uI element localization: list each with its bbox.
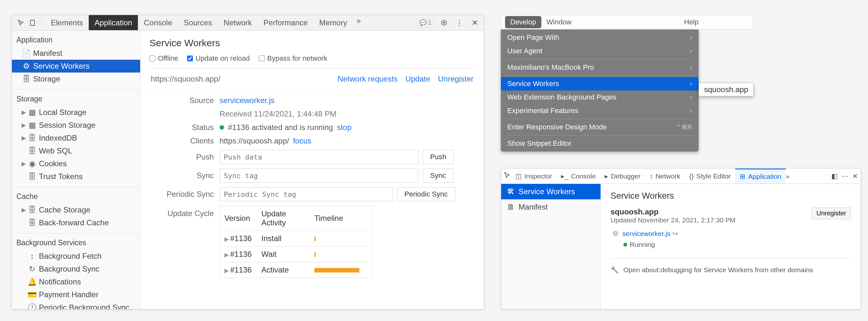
menu-item[interactable]: Enter Responsive Design Mode⌃⌘R bbox=[501, 120, 699, 134]
origin-url: https://squoosh.app/ bbox=[151, 74, 220, 83]
menu-item[interactable]: Open Page With› bbox=[501, 31, 699, 44]
unregister-link[interactable]: Unregister bbox=[438, 74, 473, 83]
menubar: Develop Window Help bbox=[501, 15, 753, 30]
worker-icon: ⚙ bbox=[613, 230, 619, 237]
more-tabs-icon[interactable]: » bbox=[786, 172, 789, 180]
push-input[interactable] bbox=[220, 150, 419, 164]
ff-toolbar: ◫Inspector ▸_Console ▸Debugger ↕Network … bbox=[501, 169, 861, 184]
tab-console[interactable]: Console bbox=[138, 15, 178, 30]
section-title: Application bbox=[12, 34, 140, 47]
menu-window[interactable]: Window bbox=[541, 16, 577, 28]
debug-icon: ▸ bbox=[605, 172, 608, 180]
sidebar-item-service-workers[interactable]: ⚙Service Workers bbox=[12, 60, 140, 73]
refresh-icon: ↻ bbox=[29, 265, 36, 273]
sync-label: Sync bbox=[150, 171, 214, 180]
sidebar-item-bg-fetch[interactable]: ↕Background Fetch bbox=[12, 250, 140, 262]
network-icon: ↕ bbox=[649, 172, 653, 180]
document-icon: 📄 bbox=[23, 50, 30, 57]
tab-inspector[interactable]: ◫Inspector bbox=[511, 169, 557, 184]
status-text: #1136 activated and is running bbox=[228, 123, 333, 132]
close-icon[interactable]: ✕ bbox=[852, 172, 858, 180]
more-tabs-icon[interactable]: » bbox=[353, 15, 365, 27]
col-activity: Update Activity bbox=[257, 206, 310, 230]
device-icon[interactable] bbox=[27, 17, 38, 29]
menu-item[interactable]: Web Extension Background Pages› bbox=[501, 91, 699, 104]
chevron-right-icon: › bbox=[690, 63, 692, 72]
network-requests-link[interactable]: Network requests bbox=[338, 74, 398, 83]
menu-item[interactable]: Experimental Features› bbox=[501, 104, 699, 117]
tab-performance[interactable]: Performance bbox=[258, 15, 313, 30]
sync-input[interactable] bbox=[220, 169, 419, 183]
unregister-button[interactable]: Unregister bbox=[812, 207, 851, 219]
service-workers-submenu[interactable]: squoosh.app bbox=[699, 83, 753, 96]
chevron-right-icon[interactable]: ▶ bbox=[224, 268, 229, 274]
sidebar-item-indexeddb[interactable]: ▶🗄IndexedDB bbox=[12, 132, 140, 144]
gear-icon[interactable] bbox=[438, 17, 450, 29]
source-file-link[interactable]: serviceworker.js bbox=[220, 96, 275, 105]
tab-console[interactable]: ▸_Console bbox=[557, 169, 600, 184]
status-label: Status bbox=[150, 123, 214, 132]
inspect-icon[interactable] bbox=[15, 17, 27, 29]
kebab-icon[interactable]: ⋯ bbox=[842, 172, 848, 180]
sidebar-item-bg-sync[interactable]: ↻Background Sync bbox=[12, 262, 140, 276]
focus-link[interactable]: focus bbox=[293, 136, 311, 145]
link-out-icon[interactable]: ↪ bbox=[672, 230, 678, 237]
offline-checkbox[interactable]: Offline bbox=[150, 54, 178, 63]
develop-dropdown: Open Page With›User Agent›Maximiliano's … bbox=[501, 30, 699, 151]
update-reload-checkbox[interactable]: Update on reload bbox=[187, 54, 250, 63]
inspect-icon[interactable] bbox=[504, 172, 511, 180]
chevron-right-icon[interactable]: ▶ bbox=[224, 236, 229, 242]
sidebar-item-trust-tokens[interactable]: 🗄Trust Tokens bbox=[12, 170, 140, 183]
source-file-link[interactable]: serviceworker.js bbox=[622, 230, 670, 237]
bypass-checkbox[interactable]: Bypass for network bbox=[259, 54, 327, 63]
sidebar-item-session-storage[interactable]: ▶▦Session Storage bbox=[12, 119, 140, 132]
tab-application[interactable]: Application bbox=[89, 15, 138, 30]
tab-sources[interactable]: Sources bbox=[178, 15, 218, 30]
stop-link[interactable]: stop bbox=[337, 123, 351, 132]
sidebar-item-bf-cache[interactable]: 🗄Back-forward Cache bbox=[12, 216, 140, 229]
menu-help[interactable]: Help bbox=[679, 16, 704, 28]
sidebar-item-cache-storage[interactable]: ▶🗄Cache Storage bbox=[12, 204, 140, 216]
svg-point-1 bbox=[443, 22, 445, 24]
sidebar-item-payment[interactable]: 💳Payment Handler bbox=[12, 288, 140, 301]
tab-debugger[interactable]: ▸Debugger bbox=[600, 169, 645, 184]
chevron-right-icon: › bbox=[690, 93, 692, 101]
chevron-right-icon: › bbox=[690, 80, 692, 88]
about-debugging-link[interactable]: about:debugging bbox=[642, 266, 692, 274]
menu-item[interactable]: Service Workers› bbox=[501, 77, 699, 91]
issues-badge[interactable]: 1 bbox=[416, 18, 434, 27]
tab-application[interactable]: ⊞Application bbox=[735, 169, 786, 184]
update-link[interactable]: Update bbox=[405, 74, 430, 83]
tab-style-editor[interactable]: {}Style Editor bbox=[685, 169, 735, 184]
sync-button[interactable]: Sync bbox=[423, 169, 453, 183]
sidebar-item-cookies[interactable]: ▶◉Cookies bbox=[12, 157, 140, 170]
sidebar-item-manifest[interactable]: 📄Manifest bbox=[12, 47, 140, 60]
sidebar-item-notifications[interactable]: 🔔Notifications bbox=[12, 276, 140, 288]
devtools-toolbar: Elements Application Console Sources Net… bbox=[12, 15, 484, 31]
sidebar-item-storage[interactable]: 🗄Storage bbox=[12, 73, 140, 85]
menu-item[interactable]: Maximiliano's MacBook Pro› bbox=[501, 61, 699, 74]
sidebar-item-service-workers[interactable]: 🛠Service Workers bbox=[501, 184, 600, 199]
menu-develop[interactable]: Develop bbox=[505, 16, 541, 28]
sidebar-item-periodic-bg-sync[interactable]: 🕐Periodic Background Sync bbox=[12, 301, 140, 309]
chevron-right-icon[interactable]: ▶ bbox=[224, 252, 229, 258]
clients-label: Clients bbox=[150, 136, 214, 145]
periodic-sync-button[interactable]: Periodic Sync bbox=[397, 187, 455, 201]
push-button[interactable]: Push bbox=[423, 150, 454, 164]
tab-network[interactable]: Network bbox=[218, 15, 258, 30]
sidebar-item-local-storage[interactable]: ▶▦Local Storage bbox=[12, 106, 140, 119]
tab-network[interactable]: ↕Network bbox=[645, 169, 685, 184]
menu-item[interactable]: Show Snippet Editor bbox=[501, 137, 699, 150]
main-content: Service Workers Offline Update on reload… bbox=[141, 31, 484, 309]
kebab-icon[interactable]: ⋮ bbox=[454, 17, 465, 29]
close-icon[interactable]: ✕ bbox=[469, 17, 480, 29]
menu-item[interactable]: User Agent› bbox=[501, 44, 699, 58]
dock-icon[interactable]: ◧ bbox=[831, 172, 838, 180]
periodic-sync-input[interactable] bbox=[220, 187, 393, 201]
sidebar-item-web-sql[interactable]: 🗄Web SQL bbox=[12, 144, 140, 157]
grid-icon: ▦ bbox=[29, 122, 36, 129]
sidebar-item-manifest[interactable]: 🗎Manifest bbox=[501, 199, 600, 215]
tab-elements[interactable]: Elements bbox=[45, 15, 89, 30]
tab-memory[interactable]: Memory bbox=[313, 15, 353, 30]
received-time: Received 11/24/2021, 1:44:48 PM bbox=[220, 109, 475, 118]
